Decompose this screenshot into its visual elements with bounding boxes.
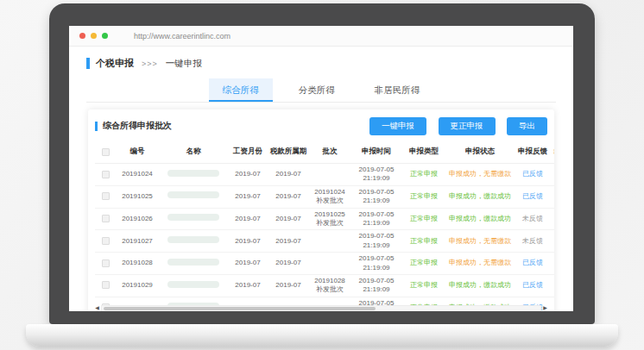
breadcrumb: 个税申报 >>> 一键申报 xyxy=(86,57,556,70)
export-button[interactable]: 导出 xyxy=(507,117,547,135)
cell-batch: 20191028补发批次 xyxy=(309,274,350,297)
cell-declare-type: 正常申报 xyxy=(402,230,445,253)
col-header-declare-type: 申报类型 xyxy=(402,141,445,164)
table-row: 20191025 2019-07 2019-07 20191024补发批次 20… xyxy=(95,185,554,208)
cell-declare-time: 2019-07-0521:19:09 xyxy=(350,253,402,275)
col-header-name: 名称 xyxy=(159,141,228,164)
horizontal-scrollbar: ◀ ▶ xyxy=(93,304,549,311)
cell-taxpayer-count: 100 xyxy=(551,253,554,275)
correction-declare-button[interactable]: 更正申报 xyxy=(439,117,496,135)
breadcrumb-section: 个税申报 xyxy=(96,57,134,70)
cell-id: 20191029 xyxy=(116,274,159,297)
scroll-left-arrow-icon[interactable]: ◀ xyxy=(93,304,101,311)
laptop-base xyxy=(26,324,618,347)
row-checkbox[interactable] xyxy=(102,281,110,289)
redacted-name-placeholder xyxy=(167,191,219,198)
batch-table-wrap: 编号 名称 工资月份 税款所属期 批次 申报时间 申报类型 申报状态 申报反馈 … xyxy=(95,141,554,311)
cell-taxpayer-count: 100 xyxy=(551,230,554,253)
breadcrumb-page: 一键申报 xyxy=(166,58,202,70)
cell-salary-month: 2019-07 xyxy=(228,208,268,230)
select-all-checkbox[interactable] xyxy=(102,148,110,156)
cell-declare-time: 2019-07-0521:19:09 xyxy=(350,208,402,230)
row-checkbox[interactable] xyxy=(102,192,110,200)
col-header-id: 编号 xyxy=(116,141,159,164)
cell-tax-period: 2019-07 xyxy=(268,253,309,275)
cell-declare-time: 2019-07-0521:19:09 xyxy=(350,274,402,297)
cell-feedback: 已反馈 xyxy=(515,185,551,208)
cell-declare-type: 正常申报 xyxy=(402,164,445,186)
row-checkbox[interactable] xyxy=(102,237,110,245)
cell-taxpayer-count: 100 xyxy=(551,297,554,311)
cell-declare-status: 申报成功，缴款成功 xyxy=(445,274,515,297)
scrollbar-thumb[interactable] xyxy=(104,307,376,310)
cell-salary-month: 2019-07 xyxy=(228,253,268,275)
page-content: 个税申报 >>> 一键申报 综合所得 分类所得 非居民所得 综合所得申报批次 一… xyxy=(69,47,573,311)
table-row: 20191029 2019-07 2019-07 20191028补发批次 20… xyxy=(95,274,554,297)
cell-declare-status: 申报成功，缴款成功 xyxy=(445,185,515,208)
address-bar-url: http://www.careerintlinc.com xyxy=(134,32,230,41)
col-header-feedback: 申报反馈 xyxy=(515,141,551,164)
row-checkbox[interactable] xyxy=(102,171,110,178)
row-checkbox[interactable] xyxy=(102,259,110,267)
col-header-tax-period: 税款所属期 xyxy=(268,141,309,164)
redacted-name-placeholder xyxy=(167,281,219,288)
row-checkbox[interactable] xyxy=(102,215,110,222)
cell-salary-month: 2019-07 xyxy=(228,274,268,297)
cell-id: 20191025 xyxy=(116,185,159,208)
table-row: 20191026 2019-07 2019-07 20191025补发批次 20… xyxy=(95,208,554,230)
cell-feedback: 已反馈 xyxy=(515,274,551,297)
cell-id: 20191026 xyxy=(116,208,159,230)
cell-id: 20191028 xyxy=(116,253,159,275)
col-header-declare-status: 申报状态 xyxy=(445,141,515,164)
cell-declare-time: 2019-07-0521:19:09 xyxy=(350,185,402,208)
scrollbar-track[interactable] xyxy=(101,305,541,312)
cell-id: 20191024 xyxy=(116,164,159,186)
cell-tax-period: 2019-07 xyxy=(268,164,309,186)
cell-salary-month: 2019-07 xyxy=(228,164,268,186)
laptop-frame: http://www.careerintlinc.com 个税申报 >>> 一键… xyxy=(49,3,595,324)
cell-feedback: 已反馈 xyxy=(515,164,551,186)
tab-nonresident-income[interactable]: 非居民所得 xyxy=(361,78,434,102)
scroll-right-arrow-icon[interactable]: ▶ xyxy=(541,304,549,311)
cell-declare-type: 正常申报 xyxy=(402,274,445,297)
tab-comprehensive-income[interactable]: 综合所得 xyxy=(209,78,273,102)
panel-header: 综合所得申报批次 一键申报 更正申报 导出 xyxy=(95,116,547,135)
window-close-dot-icon xyxy=(79,33,85,39)
panel-actions: 一键申报 更正申报 导出 xyxy=(362,116,547,135)
cell-batch: 20191024补发批次 xyxy=(309,185,350,208)
cell-tax-period: 2019-07 xyxy=(268,185,309,208)
cell-batch xyxy=(309,253,350,275)
col-header-declare-time: 申报时间 xyxy=(350,141,402,164)
cell-batch: 20191025补发批次 xyxy=(309,208,350,230)
col-header-salary-month: 工资月份 xyxy=(228,141,268,164)
cell-salary-month: 2019-07 xyxy=(228,230,268,253)
panel-title: 综合所得申报批次 xyxy=(103,120,172,132)
cell-taxpayer-count: 100 xyxy=(551,185,554,208)
cell-declare-status: 申报成功，无需缴款 xyxy=(445,253,515,275)
panel-accent-bar xyxy=(95,122,98,131)
one-click-declare-button[interactable]: 一键申报 xyxy=(369,117,426,135)
cell-tax-period: 2019-07 xyxy=(268,208,309,230)
cell-feedback: 未反馈 xyxy=(515,230,551,253)
cell-batch xyxy=(309,230,350,253)
table-header-row: 编号 名称 工资月份 税款所属期 批次 申报时间 申报类型 申报状态 申报反馈 … xyxy=(95,141,554,164)
window-maximize-dot-icon xyxy=(102,33,108,39)
cell-declare-time: 2019-07-0521:19:09 xyxy=(350,164,402,186)
table-row: 20191027 2019-07 2019-07 2019-07-0521:19… xyxy=(95,230,554,253)
cell-taxpayer-count: 100 xyxy=(551,164,554,186)
redacted-name-placeholder xyxy=(167,170,219,177)
breadcrumb-accent-bar xyxy=(86,58,90,69)
cell-declare-time: 2019-07-0521:19:09 xyxy=(350,230,402,253)
redacted-name-placeholder xyxy=(167,236,219,243)
redacted-name-placeholder xyxy=(167,214,219,221)
tab-classified-income[interactable]: 分类所得 xyxy=(285,78,349,102)
window-minimize-dot-icon xyxy=(91,33,97,39)
cell-declare-type: 正常申报 xyxy=(402,208,445,230)
breadcrumb-separator: >>> xyxy=(142,59,158,68)
col-header-taxpayer-count: 纳税人数 xyxy=(551,141,554,164)
cell-tax-period: 2019-07 xyxy=(268,274,309,297)
cell-batch xyxy=(309,164,350,186)
browser-chrome: http://www.careerintlinc.com xyxy=(69,26,573,47)
batch-panel: 综合所得申报批次 一键申报 更正申报 导出 xyxy=(88,109,554,311)
cell-declare-status: 申报成功，缴款成功 xyxy=(445,208,515,230)
